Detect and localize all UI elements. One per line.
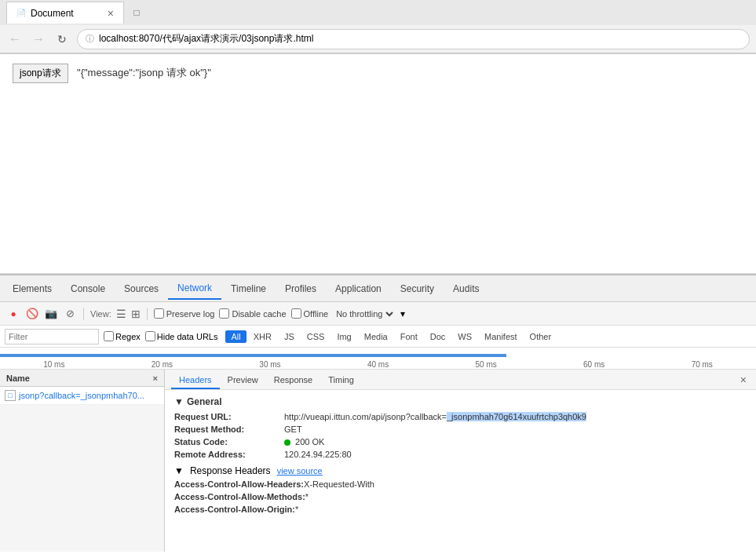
group-view-button[interactable]: ⊞ [131,308,141,320]
detail-tab-response[interactable]: Response [266,372,321,389]
status-code-row: Status Code: 200 OK [174,437,747,446]
request-detail: Headers Preview Response Timing × ▼ Gene… [165,370,756,552]
request-url-row: Request URL: http://vueapi.ittun.com/api… [174,412,747,421]
timeline-label-50ms: 50 ms [432,360,540,369]
jsonp-request-button[interactable]: jsonp请求 [13,64,68,83]
clear-icon: 🚫 [26,308,38,319]
detail-close-button[interactable]: × [737,374,750,386]
response-headers-label: Response Headers [190,465,271,476]
filter-icon: ⊘ [66,308,75,319]
filter-type-js[interactable]: JS [279,330,300,343]
status-code-label: Status Code: [174,437,284,446]
timeline-bar: 10 ms 20 ms 30 ms 40 ms 50 ms 60 ms 70 m… [0,348,756,370]
disable-cache-label: Disable cache [232,309,286,319]
group-view-icon: ⊞ [131,308,141,320]
tab-application[interactable]: Application [326,279,391,299]
request-list-close-button[interactable]: × [153,374,158,383]
filter-type-img[interactable]: Img [331,330,356,343]
filter-type-css[interactable]: CSS [301,330,331,343]
disable-cache-checkbox-label[interactable]: Disable cache [219,308,286,319]
filter-input[interactable] [5,329,99,344]
timeline-label-60ms: 60 ms [540,360,648,369]
disable-cache-checkbox[interactable] [219,308,229,319]
toolbar-separator-2 [147,308,148,320]
tab-sources[interactable]: Sources [115,279,168,299]
preserve-log-label: Preserve log [166,309,215,319]
offline-label: Offline [304,309,329,319]
timeline-progress-bar [0,354,506,357]
list-view-button[interactable]: ☰ [116,308,126,320]
access-control-allow-headers-row: Access-Control-Allow-Headers: X-Requeste… [174,479,747,489]
filter-type-font[interactable]: Font [395,330,423,343]
request-list-header-label: Name [6,374,30,383]
tab-audits[interactable]: Audits [444,279,488,299]
tab-timeline[interactable]: Timeline [221,279,276,299]
network-panel: Name × □ jsonp?callback=_jsonpmhah70... … [0,370,756,552]
offline-checkbox-label[interactable]: Offline [291,308,329,319]
offline-checkbox[interactable] [291,308,301,319]
forward-button[interactable]: → [30,31,47,48]
toolbar-separator-1 [83,308,84,320]
view-source-link[interactable]: view source [277,466,323,476]
access-control-allow-origin-value: * [295,505,298,514]
detail-tab-timing[interactable]: Timing [320,372,362,389]
tab-close-button[interactable]: × [108,7,114,20]
back-icon: ← [9,32,21,46]
request-item[interactable]: □ jsonp?callback=_jsonpmhah70... [0,387,164,405]
tab-bar: 📄 Document × □ [0,0,756,25]
detail-tab-preview[interactable]: Preview [220,372,266,389]
request-url-label: Request URL: [174,412,284,421]
devtools-panel: Elements Console Sources Network Timelin… [0,274,756,552]
tab-console[interactable]: Console [61,279,115,299]
clear-button[interactable]: 🚫 [25,307,39,321]
tab-label: Document [31,8,74,19]
preserve-log-checkbox-label[interactable]: Preserve log [154,308,215,319]
hide-data-urls-checkbox-label[interactable]: Hide data URLs [145,331,218,341]
detail-tab-headers[interactable]: Headers [171,372,220,389]
record-icon: ● [10,308,16,319]
filter-type-other[interactable]: Other [524,330,557,343]
record-button[interactable]: ● [6,307,20,321]
filter-type-xhr[interactable]: XHR [248,330,277,343]
throttle-select[interactable]: No throttling [333,308,396,319]
request-url-value: http://vueapi.ittun.com/api/jsonp?callba… [284,412,586,421]
status-dot-icon [284,439,290,446]
address-bar[interactable]: ⓘ localhost:8070/代码/ajax请求演示/03jsonp请求.h… [77,29,750,49]
browser-tab-document[interactable]: 📄 Document × [6,2,124,24]
filter-type-doc[interactable]: Doc [425,330,451,343]
tab-network[interactable]: Network [168,278,221,300]
hide-data-urls-checkbox[interactable] [145,331,155,341]
filter-button[interactable]: ⊘ [63,307,77,321]
filter-type-media[interactable]: Media [359,330,393,343]
regex-checkbox-label[interactable]: Regex [104,331,141,341]
tab-security[interactable]: Security [391,279,444,299]
screenshot-button[interactable]: 📷 [44,307,58,321]
tab-elements[interactable]: Elements [3,279,61,299]
back-button[interactable]: ← [6,31,24,48]
refresh-button[interactable]: ↻ [53,31,71,48]
remote-address-label: Remote Address: [174,450,284,459]
access-control-allow-origin-label: Access-Control-Allow-Origin: [174,505,295,514]
new-tab-icon: □ [133,7,139,18]
access-control-allow-methods-value: * [305,492,309,501]
access-control-allow-headers-value: X-Requested-With [304,479,374,489]
access-control-allow-methods-label: Access-Control-Allow-Methods: [174,492,305,501]
timeline-label-20ms: 20 ms [108,360,217,369]
refresh-icon: ↻ [57,33,67,46]
status-code-text: 200 OK [295,437,324,446]
tab-profiles[interactable]: Profiles [276,279,326,299]
new-tab-button[interactable]: □ [127,3,146,22]
timeline-label-40ms: 40 ms [324,360,433,369]
detail-tabs: Headers Preview Response Timing × [165,370,756,390]
filter-type-ws[interactable]: WS [452,330,477,343]
regex-checkbox[interactable] [104,331,114,341]
access-control-allow-methods-row: Access-Control-Allow-Methods: * [174,492,747,501]
general-label: General [187,396,222,407]
preserve-log-checkbox[interactable] [154,308,164,319]
filter-type-all[interactable]: All [225,330,246,343]
response-headers-triangle-icon: ▼ [174,465,184,476]
devtools-toolbar: ● 🚫 📷 ⊘ View: ☰ ⊞ Preserve log Disable c… [0,302,756,326]
request-item-name: jsonp?callback=_jsonpmhah70... [19,391,144,400]
address-info-icon: ⓘ [86,33,94,45]
filter-type-manifest[interactable]: Manifest [479,330,523,343]
